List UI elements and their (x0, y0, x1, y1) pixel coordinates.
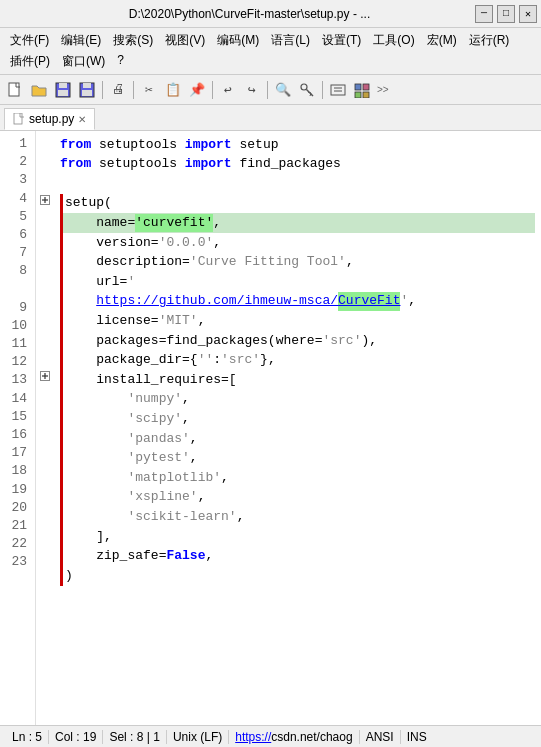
gutter-3 (36, 170, 54, 190)
ln-17: 17 (8, 444, 27, 462)
val-version: '0.0.0' (159, 234, 214, 252)
ln-7: 7 (8, 244, 27, 262)
menu-item-run[interactable]: 运行(R) (463, 30, 516, 51)
cut-button[interactable]: ✂ (138, 79, 160, 101)
code-line-13: 'numpy', (60, 390, 535, 410)
save-all-button[interactable] (76, 79, 98, 101)
toolbar-more[interactable]: >> (375, 84, 391, 95)
menu-bar: 文件(F)编辑(E)搜索(S)视图(V)编码(M)语言(L)设置(T)工具(O)… (0, 28, 541, 75)
ln-2: 2 (8, 153, 27, 171)
code-line-1: from setuptools import setup (60, 135, 535, 155)
ln-9: 9 (8, 299, 27, 317)
code-line-2: from setuptools import find_packages (60, 155, 535, 175)
menu-item-edit[interactable]: 编辑(E) (55, 30, 107, 51)
menu-item-language[interactable]: 语言(L) (265, 30, 316, 51)
colon-11: : (213, 351, 221, 369)
status-link: https://csdn.net/chaog (229, 730, 359, 744)
param-url: url= (96, 273, 127, 291)
open-button[interactable] (28, 79, 50, 101)
svg-rect-2 (59, 83, 67, 88)
misc-button[interactable] (351, 79, 373, 101)
menu-item-tools[interactable]: 工具(O) (367, 30, 420, 51)
id-find-packages: find_packages (239, 155, 340, 173)
code-line-16: 'pytest', (60, 449, 535, 469)
val-curvefit: 'curvefit' (135, 214, 213, 232)
svg-rect-15 (363, 92, 369, 98)
comma-9: , (198, 312, 206, 330)
menu-item-search[interactable]: 搜索(S) (107, 30, 159, 51)
menu-item-encoding[interactable]: 编码(M) (211, 30, 265, 51)
code-line-23 (60, 586, 535, 606)
fold-4-button[interactable] (36, 190, 54, 210)
status-bar: Ln : 5 Col : 19 Sel : 8 | 1 Unix (LF) ht… (0, 725, 541, 747)
code-line-5: name='curvefit', (60, 213, 535, 233)
paren-open: ( (104, 194, 112, 212)
param-packages: packages=find_packages(where= (96, 332, 322, 350)
maximize-button[interactable]: □ (497, 5, 515, 23)
status-ln: Ln : 5 (6, 730, 49, 744)
paste-button[interactable]: 📌 (186, 79, 208, 101)
gutter-7 (36, 249, 54, 269)
menu-item-macro[interactable]: 宏(M) (421, 30, 463, 51)
url-close-quote: ' (400, 292, 408, 310)
val-url-quote: ' (127, 273, 135, 291)
code-line-19: 'scikit-learn', (60, 507, 535, 527)
redo-button[interactable]: ↪ (241, 79, 263, 101)
ln-14: 14 (8, 390, 27, 408)
find-button[interactable]: 🔍 (272, 79, 294, 101)
gutter-5 (36, 209, 54, 229)
tab-close-button[interactable]: ✕ (78, 114, 86, 125)
status-col: Col : 19 (49, 730, 103, 744)
val-scikit-learn: 'scikit-learn' (127, 508, 236, 526)
ln-22: 22 (8, 535, 27, 553)
undo-button[interactable]: ↩ (217, 79, 239, 101)
svg-rect-16 (14, 113, 22, 124)
replace-button[interactable] (296, 79, 318, 101)
code-area: 1 2 3 4 5 6 7 8 9 10 11 12 13 14 15 16 1… (0, 131, 541, 725)
fold-12-button[interactable] (36, 366, 54, 386)
status-url[interactable]: https:// (235, 730, 271, 744)
menu-item-view[interactable]: 视图(V) (159, 30, 211, 51)
param-name: name= (96, 214, 135, 232)
minimize-button[interactable]: ─ (475, 5, 493, 23)
val-license: 'MIT' (159, 312, 198, 330)
menu-item-help[interactable]: ? (111, 51, 130, 72)
gutter-6 (36, 229, 54, 249)
close-button[interactable]: ✕ (519, 5, 537, 23)
ln-8b (8, 281, 27, 299)
status-eol: Unix (LF) (167, 730, 229, 744)
url-base[interactable]: https://github.com/ihmeuw-msca/ (96, 292, 338, 310)
gutter-1 (36, 131, 54, 151)
ln-16: 16 (8, 426, 27, 444)
code-editor[interactable]: from setuptools import setup from setupt… (36, 131, 541, 725)
code-line-9: license='MIT', (60, 311, 535, 331)
tab-setup-py[interactable]: setup.py ✕ (4, 108, 95, 130)
menu-item-window[interactable]: 窗口(W) (56, 51, 111, 72)
ln-4: 4 (8, 190, 27, 208)
zoom-button[interactable] (327, 79, 349, 101)
val-scipy: 'scipy' (127, 410, 182, 428)
url-curvefit[interactable]: CurveFit (338, 292, 400, 310)
keyword-from-2: from (60, 155, 91, 173)
print-button[interactable]: 🖨 (107, 79, 129, 101)
menu-item-settings[interactable]: 设置(T) (316, 30, 367, 51)
close-brace-11: }, (260, 351, 276, 369)
comma-21: , (205, 547, 213, 565)
id-setuptools-1: setuptools (99, 136, 177, 154)
menu-item-plugins[interactable]: 插件(P) (4, 51, 56, 72)
new-button[interactable] (4, 79, 26, 101)
code-line-18: 'xspline', (60, 488, 535, 508)
save-button[interactable] (52, 79, 74, 101)
close-paren-22: ) (65, 567, 73, 585)
ln-8: 8 (8, 262, 27, 280)
keyword-import-2: import (185, 155, 232, 173)
code-line-22: ) (60, 566, 535, 586)
gutter-2 (36, 151, 54, 171)
gutter-9 (36, 307, 54, 327)
gutter-11 (36, 347, 54, 367)
line-numbers: 1 2 3 4 5 6 7 8 9 10 11 12 13 14 15 16 1… (0, 131, 36, 725)
svg-rect-9 (331, 85, 345, 95)
menu-item-file[interactable]: 文件(F) (4, 30, 55, 51)
copy-button[interactable]: 📋 (162, 79, 184, 101)
window-controls: ─ □ ✕ (475, 5, 537, 23)
